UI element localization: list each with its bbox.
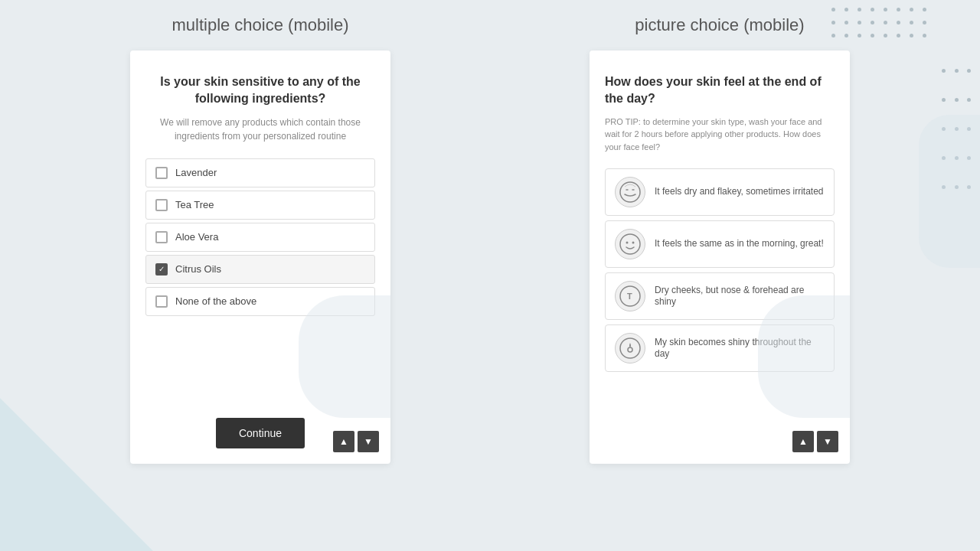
- mc-option-tea-tree[interactable]: Tea Tree: [145, 191, 375, 220]
- mc-options-list: Lavender Tea Tree Aloe Vera: [145, 158, 375, 316]
- left-panel: multiple choice (mobile) Is your skin se…: [46, 15, 475, 464]
- mc-option-label-aloe-vera: Aloe Vera: [175, 231, 218, 243]
- pc-icon-dry-flakey: [615, 177, 645, 207]
- picture-choice-card-wrapper: How does your skin feel at the end of th…: [590, 51, 850, 464]
- pc-option-text-dry-shiny: Dry cheeks, but nose & forehead are shin…: [655, 285, 825, 308]
- svg-text:T: T: [627, 292, 632, 301]
- right-panel: picture choice (mobile) How does your sk…: [505, 15, 934, 464]
- multiple-choice-card-wrapper: Is your skin sensitive to any of the fol…: [130, 51, 390, 464]
- mc-option-citrus-oils[interactable]: Citrus Oils: [145, 255, 375, 284]
- mc-option-none[interactable]: None of the above: [145, 287, 375, 316]
- svg-point-8: [620, 338, 640, 358]
- pc-option-text-shiny-day: My skin becomes shiny throughout the day: [655, 337, 825, 360]
- mc-question: Is your skin sensitive to any of the fol…: [145, 73, 375, 108]
- svg-point-0: [620, 182, 640, 202]
- dots-decoration-top: [824, 0, 934, 45]
- mc-checkbox-lavender[interactable]: [155, 167, 168, 179]
- multiple-choice-card: Is your skin sensitive to any of the fol…: [130, 51, 390, 464]
- svg-point-9: [628, 347, 632, 352]
- mc-option-lavender[interactable]: Lavender: [145, 158, 375, 187]
- left-nav-arrows: ▲ ▼: [333, 431, 379, 452]
- pc-option-shiny-day[interactable]: My skin becomes shiny throughout the day: [605, 324, 835, 372]
- pc-option-same-morning[interactable]: It feels the same as in the morning, gre…: [605, 220, 835, 268]
- bg-shape-right: [919, 115, 980, 268]
- pc-question: How does your skin feel at the end of th…: [605, 73, 835, 108]
- pc-options-list: It feels dry and flakey, sometimes irrit…: [605, 168, 835, 372]
- continue-button[interactable]: Continue: [216, 418, 305, 448]
- main-container: multiple choice (mobile) Is your skin se…: [0, 0, 980, 551]
- mc-option-label-citrus-oils: Citrus Oils: [175, 263, 221, 275]
- svg-point-4: [626, 242, 629, 244]
- pc-icon-same-morning: [615, 229, 645, 259]
- mc-subtitle: We will remove any products which contai…: [145, 116, 375, 143]
- mc-option-label-tea-tree: Tea Tree: [175, 199, 214, 210]
- left-nav-down[interactable]: ▼: [358, 431, 379, 452]
- pc-tip: PRO TIP: to determine your skin type, wa…: [605, 116, 835, 154]
- picture-choice-card: How does your skin feel at the end of th…: [590, 51, 850, 464]
- mc-option-label-none: None of the above: [175, 295, 256, 307]
- mc-checkbox-tea-tree[interactable]: [155, 199, 168, 211]
- pc-option-dry-shiny[interactable]: T Dry cheeks, but nose & forehead are sh…: [605, 272, 835, 320]
- mc-option-label-lavender: Lavender: [175, 167, 217, 178]
- pc-option-dry-flakey[interactable]: It feels dry and flakey, sometimes irrit…: [605, 168, 835, 216]
- svg-point-5: [632, 242, 635, 244]
- mc-checkbox-aloe-vera[interactable]: [155, 231, 168, 243]
- pc-icon-dry-shiny: T: [615, 281, 645, 311]
- svg-point-3: [620, 234, 640, 254]
- pc-option-text-same-morning: It feels the same as in the morning, gre…: [655, 238, 824, 250]
- left-nav-up[interactable]: ▲: [333, 431, 354, 452]
- mc-checkbox-none[interactable]: [155, 295, 168, 308]
- mc-checkbox-citrus-oils[interactable]: [155, 263, 168, 276]
- right-panel-title: picture choice (mobile): [635, 15, 804, 35]
- left-panel-title: multiple choice (mobile): [172, 15, 348, 35]
- mc-option-aloe-vera[interactable]: Aloe Vera: [145, 223, 375, 252]
- right-nav-down[interactable]: ▼: [817, 431, 838, 452]
- pc-icon-shiny-day: [615, 333, 645, 364]
- pc-option-text-dry-flakey: It feels dry and flakey, sometimes irrit…: [655, 186, 824, 198]
- right-nav-arrows: ▲ ▼: [792, 431, 838, 452]
- right-nav-up[interactable]: ▲: [792, 431, 814, 452]
